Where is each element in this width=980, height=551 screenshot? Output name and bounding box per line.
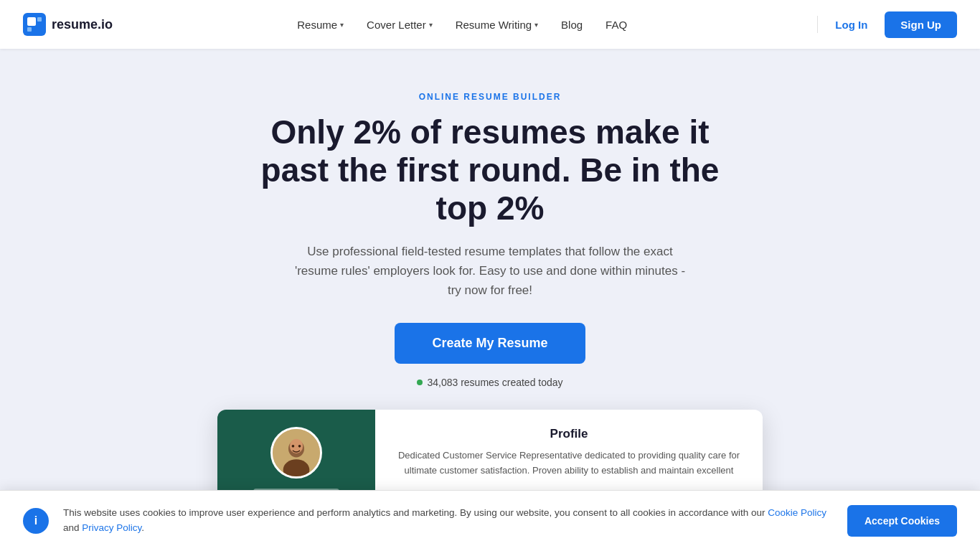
cookie-text: This website uses cookies to improve use… <box>63 506 833 536</box>
svg-point-8 <box>292 445 295 448</box>
green-dot-icon <box>417 380 423 385</box>
avatar <box>270 427 322 479</box>
nav-cover-letter[interactable]: Cover Letter ▾ <box>357 13 443 37</box>
svg-point-9 <box>298 445 301 448</box>
nav-divider <box>817 16 818 33</box>
avatar-image <box>273 429 320 476</box>
resume-profile-text: Dedicated Customer Service Representativ… <box>395 448 743 479</box>
hero-subtitle: Use professional field-tested resume tem… <box>289 242 691 301</box>
privacy-policy-link[interactable]: Privacy Policy <box>82 522 141 533</box>
svg-rect-3 <box>27 27 32 32</box>
logo-icon <box>23 13 46 36</box>
login-button[interactable]: Log In <box>824 13 879 37</box>
signup-button[interactable]: Sign Up <box>885 11 957 38</box>
nav-faq[interactable]: FAQ <box>595 13 637 37</box>
chevron-down-icon: ▾ <box>534 21 538 29</box>
hero-section: ONLINE RESUME BUILDER Only 2% of resumes… <box>0 49 980 551</box>
nav-blog[interactable]: Blog <box>551 13 593 37</box>
nav-resume-writing[interactable]: Resume Writing ▾ <box>446 13 548 37</box>
cookie-banner: i This website uses cookies to improve u… <box>0 490 980 551</box>
cookie-policy-link[interactable]: Cookie Policy <box>768 507 826 518</box>
nav-resume[interactable]: Resume ▾ <box>287 13 354 37</box>
resume-profile-title: Profile <box>395 427 743 441</box>
svg-rect-2 <box>37 17 42 22</box>
main-nav: Resume ▾ Cover Letter ▾ Resume Writing ▾… <box>287 13 637 37</box>
info-icon: i <box>23 508 49 534</box>
logo-text: resume.io <box>52 17 113 32</box>
hero-eyebrow: ONLINE RESUME BUILDER <box>14 92 966 102</box>
svg-rect-1 <box>27 17 36 26</box>
logo[interactable]: resume.io <box>23 13 113 36</box>
chevron-down-icon: ▾ <box>340 21 344 29</box>
resume-count: 34,083 resumes created today <box>14 377 966 388</box>
create-resume-button[interactable]: Create My Resume <box>395 323 585 364</box>
chevron-down-icon: ▾ <box>429 21 433 29</box>
accept-cookies-button[interactable]: Accept Cookies <box>847 505 957 537</box>
hero-title: Only 2% of resumes make it past the firs… <box>239 113 741 227</box>
